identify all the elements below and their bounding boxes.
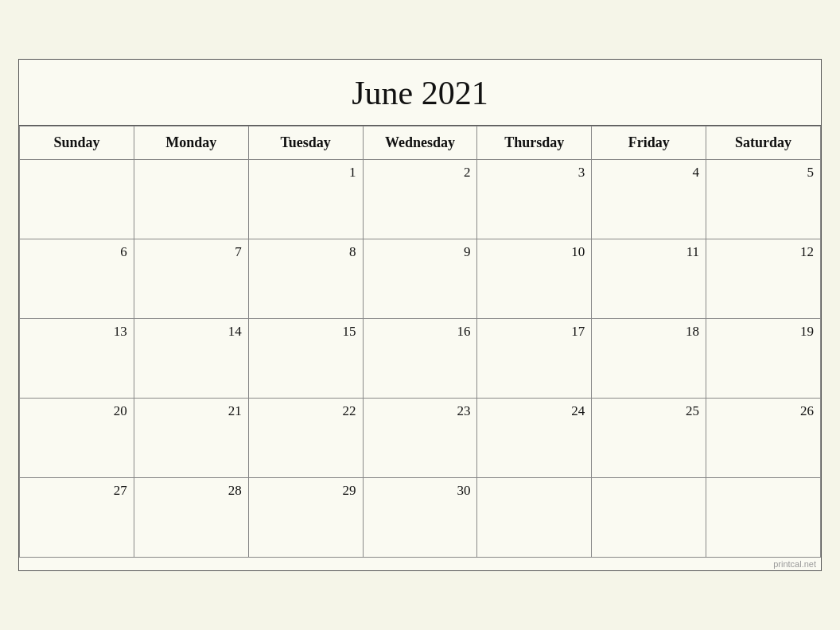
day-number: 5	[713, 165, 814, 181]
calendar-day-cell	[134, 160, 248, 239]
calendar-day-cell	[477, 478, 592, 558]
calendar-day-cell	[706, 478, 821, 558]
calendar-week-row: 12345	[20, 160, 821, 239]
day-number: 10	[484, 244, 585, 260]
day-number: 6	[26, 244, 127, 260]
day-number: 7	[141, 244, 242, 260]
day-number: 17	[484, 324, 585, 340]
calendar-day-cell: 3	[477, 160, 592, 239]
day-number: 23	[370, 403, 471, 419]
calendar-day-cell: 21	[134, 399, 248, 478]
calendar-day-cell: 1	[248, 160, 363, 239]
day-number: 9	[370, 244, 471, 260]
calendar-day-cell: 23	[363, 399, 477, 478]
day-number: 28	[141, 483, 242, 499]
watermark: printcal.net	[19, 558, 821, 570]
calendar-day-cell: 2	[363, 160, 477, 239]
calendar-day-cell: 28	[134, 478, 248, 558]
day-number: 22	[255, 403, 356, 419]
day-header-row: Sunday Monday Tuesday Wednesday Thursday…	[20, 126, 821, 160]
day-number: 1	[255, 165, 356, 181]
day-number: 18	[598, 324, 699, 340]
calendar-day-cell: 11	[592, 239, 706, 319]
header-saturday: Saturday	[706, 126, 821, 160]
day-number: 26	[713, 403, 814, 419]
header-monday: Monday	[134, 126, 248, 160]
header-wednesday: Wednesday	[363, 126, 477, 160]
calendar-day-cell: 12	[706, 239, 821, 319]
day-number: 24	[484, 403, 585, 419]
day-number: 16	[370, 324, 471, 340]
day-number: 3	[484, 165, 585, 181]
calendar-day-cell	[592, 478, 706, 558]
calendar-day-cell: 29	[248, 478, 363, 558]
calendar-day-cell: 25	[592, 399, 706, 478]
day-number: 21	[141, 403, 242, 419]
calendar-day-cell: 19	[706, 319, 821, 399]
calendar-day-cell: 7	[134, 239, 248, 319]
header-sunday: Sunday	[20, 126, 134, 160]
day-number: 19	[713, 324, 814, 340]
calendar-day-cell: 18	[592, 319, 706, 399]
day-number: 12	[713, 244, 814, 260]
header-tuesday: Tuesday	[248, 126, 363, 160]
day-number: 14	[141, 324, 242, 340]
calendar-day-cell: 26	[706, 399, 821, 478]
calendar-day-cell: 16	[363, 319, 477, 399]
calendar-day-cell: 27	[20, 478, 134, 558]
day-number: 11	[598, 244, 699, 260]
calendar-day-cell: 4	[592, 160, 706, 239]
day-number: 30	[370, 483, 471, 499]
calendar-day-cell: 8	[248, 239, 363, 319]
calendar-day-cell: 5	[706, 160, 821, 239]
day-number: 15	[255, 324, 356, 340]
day-number: 25	[598, 403, 699, 419]
calendar-day-cell	[20, 160, 134, 239]
calendar-title: June 2021	[19, 60, 821, 126]
calendar-container: June 2021 Sunday Monday Tuesday Wednesda…	[18, 59, 822, 571]
header-thursday: Thursday	[477, 126, 592, 160]
calendar-day-cell: 13	[20, 319, 134, 399]
calendar-day-cell: 17	[477, 319, 592, 399]
calendar-day-cell: 10	[477, 239, 592, 319]
calendar-day-cell: 22	[248, 399, 363, 478]
calendar-week-row: 20212223242526	[20, 399, 821, 478]
calendar-day-cell: 14	[134, 319, 248, 399]
calendar-day-cell: 20	[20, 399, 134, 478]
day-number: 29	[255, 483, 356, 499]
day-number: 4	[598, 165, 699, 181]
calendar-week-row: 13141516171819	[20, 319, 821, 399]
calendar-week-row: 27282930	[20, 478, 821, 558]
calendar-week-row: 6789101112	[20, 239, 821, 319]
day-number: 8	[255, 244, 356, 260]
day-number: 13	[26, 324, 127, 340]
day-number: 27	[26, 483, 127, 499]
header-friday: Friday	[592, 126, 706, 160]
calendar-table: Sunday Monday Tuesday Wednesday Thursday…	[19, 126, 821, 558]
day-number: 2	[370, 165, 471, 181]
calendar-day-cell: 30	[363, 478, 477, 558]
calendar-day-cell: 9	[363, 239, 477, 319]
day-number: 20	[26, 403, 127, 419]
calendar-day-cell: 6	[20, 239, 134, 319]
calendar-day-cell: 24	[477, 399, 592, 478]
calendar-day-cell: 15	[248, 319, 363, 399]
